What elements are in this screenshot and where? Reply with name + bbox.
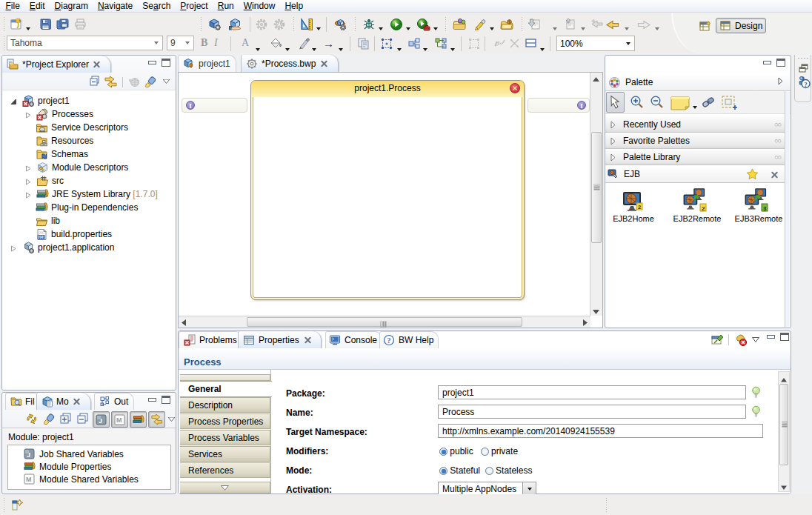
svg-text:2: 2 (638, 204, 641, 210)
svg-text:2: 2 (702, 205, 705, 212)
svg-text:M: M (116, 416, 122, 424)
svg-text:?: ? (804, 81, 808, 88)
svg-text:3: 3 (763, 205, 767, 212)
svg-text:010: 010 (39, 236, 44, 239)
svg-text:M: M (26, 476, 32, 483)
